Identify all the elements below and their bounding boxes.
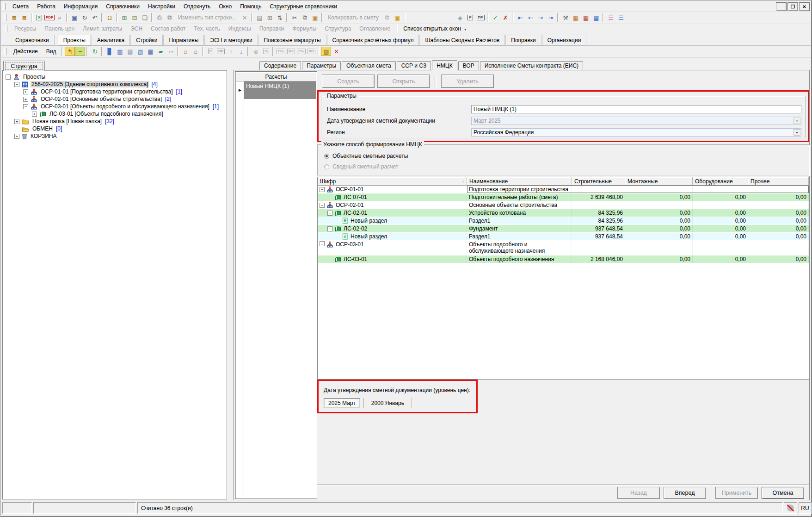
expand-icon[interactable]: + <box>14 134 19 139</box>
print-icon[interactable]: ⎙ <box>154 13 165 22</box>
panel-link-1[interactable]: Панель цен <box>40 25 79 32</box>
language-indicator[interactable]: RU <box>799 502 812 514</box>
book-update-icon[interactable]: ▱ <box>166 47 176 56</box>
collapse-icon[interactable]: − <box>327 226 332 231</box>
toolbar-grip[interactable] <box>5 25 7 32</box>
grid-row-2[interactable]: −ОСР-02-01Основные объекты строительства <box>318 201 809 209</box>
menu-item-8[interactable]: Структурные справочники <box>265 2 341 11</box>
panel-link-5[interactable]: Тех. часть <box>190 25 224 32</box>
menu-item-4[interactable]: Настройки <box>144 2 179 11</box>
workspace-tab-9[interactable]: Поправки <box>505 35 541 45</box>
grid-row-4[interactable]: −Новый разделРаздел184 325,960,000,000,0… <box>318 217 809 225</box>
move-down-icon[interactable]: ↓ <box>236 47 246 56</box>
doc-tab-2[interactable]: Объектная смета <box>342 61 396 70</box>
house-edit-icon[interactable]: ⌂ <box>191 47 201 56</box>
action-menu-1[interactable]: Вид <box>42 47 61 56</box>
level-last-icon[interactable]: ⇥ <box>546 13 556 22</box>
pr-percent-icon[interactable]: Р% <box>296 47 306 56</box>
row-accept-icon[interactable]: ✓ <box>490 13 500 22</box>
tree-node-7[interactable]: −ОБМЕН[0] <box>4 125 226 132</box>
collapse-icon[interactable]: − <box>14 82 19 87</box>
delete-button[interactable]: Удалить <box>441 75 494 88</box>
save-icon[interactable]: ▣ <box>69 13 80 22</box>
collapse-icon[interactable]: − <box>320 241 325 246</box>
calc-list-header[interactable]: Расчеты <box>236 72 316 82</box>
column-header-0[interactable]: Шифр▵ <box>318 177 467 186</box>
grid-row-7[interactable]: −ОСР-03-01Объекты подсобного и обслужива… <box>318 241 809 255</box>
percent-o-icon[interactable]: О% <box>276 47 286 56</box>
tab-structure[interactable]: Структура <box>3 61 45 71</box>
collapse-icon[interactable]: − <box>23 104 28 109</box>
copy-rows-icon[interactable]: ⧉ <box>382 13 392 22</box>
approval-date-field[interactable]: Март 2025▼ <box>471 117 801 125</box>
p-mode-icon[interactable]: P <box>205 47 215 56</box>
new-folder-icon[interactable]: ▨ <box>321 47 331 56</box>
doc-tab-5[interactable]: ВОР <box>458 61 479 70</box>
panel-link-3[interactable]: ЭСН <box>126 25 147 32</box>
paste-icon[interactable]: ▣ <box>310 13 320 22</box>
panel-link-6[interactable]: Индексы <box>224 25 255 32</box>
region-field[interactable]: Российская Федерация▼ <box>471 128 801 137</box>
doc-tab-3[interactable]: ССР и СЗ <box>397 61 431 70</box>
insert-position-icon[interactable]: ⊞ <box>119 13 129 22</box>
grid-row-0[interactable]: −ОСР-01-01Подготовка территории строител… <box>318 186 809 193</box>
workspace-tab-4[interactable]: Нормативы <box>163 35 204 45</box>
paste-rows-icon[interactable]: ▣ <box>392 13 402 22</box>
folder-up-icon[interactable]: ↰ <box>65 47 75 56</box>
f3-icon[interactable]: Ф3 <box>306 47 316 56</box>
doc-tab-1[interactable]: Параметры <box>302 61 341 70</box>
toolbar-grip[interactable] <box>3 3 6 10</box>
workspace-tab-6[interactable]: Поисковые маршруты <box>258 35 326 45</box>
new-building-icon[interactable]: ▊ <box>105 47 115 56</box>
close-button[interactable]: ✕ <box>799 2 810 11</box>
unlock-icon[interactable]: Ω <box>105 13 115 22</box>
expand-icon[interactable]: + <box>23 89 28 94</box>
delete-icon[interactable]: ✕ <box>331 47 341 56</box>
grid-row-1[interactable]: −ЛС 07-01Подготовительные работы (смета)… <box>318 193 809 201</box>
row-reject-icon[interactable]: ✗ <box>500 13 511 22</box>
doc-tab-4[interactable]: НМЦК <box>432 60 457 70</box>
open-windows-menu[interactable]: Список открытых окон ▾ <box>399 25 470 32</box>
open-book-icon[interactable]: ▰ <box>155 47 166 56</box>
doc-tab-6[interactable]: Исполнение Сметы контракта (ЕИС) <box>480 61 583 70</box>
back-button[interactable]: Назад <box>617 487 660 499</box>
search-icon[interactable]: ⌕ <box>55 13 65 22</box>
tree-node-1[interactable]: −256-02-2025 [Здание спортивного комплек… <box>4 81 226 88</box>
panel-link-8[interactable]: Формулы <box>288 25 320 32</box>
tree-node-2[interactable]: +ОСР-01-01 [Подготовка территории строит… <box>4 88 226 95</box>
minimize-button[interactable]: _ <box>776 2 787 11</box>
panel-link-2[interactable]: Лимит. затраты <box>79 25 126 32</box>
tree-node-5[interactable]: +ЛС-03-01 [Объекты подсобного назначения… <box>4 110 226 118</box>
percent-calc-icon[interactable]: % <box>261 47 271 56</box>
grid-row-6[interactable]: −Новый разделРаздел1937 648,540,000,000,… <box>318 233 809 241</box>
panel-link-10[interactable]: Оглавление <box>355 25 394 32</box>
workspace-tab-7[interactable]: Справочник расчётных формул <box>327 35 419 45</box>
cut-icon[interactable]: ✂ <box>289 13 300 22</box>
works-icon[interactable]: ⚒ <box>560 13 571 22</box>
refresh-tree-icon[interactable]: ↻ <box>90 47 100 56</box>
menu-item-7[interactable]: Помощь <box>236 2 265 11</box>
pdf-export-icon[interactable]: PDF <box>44 13 55 22</box>
grid-row-3[interactable]: −ЛС-02-01Устройство котлована84 325,960,… <box>318 209 809 217</box>
price-pr-icon[interactable]: ПР <box>475 13 486 22</box>
copy-icon[interactable]: ⧉ <box>300 13 310 22</box>
radio-selected-icon[interactable] <box>324 154 329 159</box>
document-gray-icon[interactable]: ▤ <box>125 47 135 56</box>
tree-node-4[interactable]: −ОСР-03-01 [Объекты подсобного и обслужи… <box>4 103 226 110</box>
house-add-icon[interactable]: ⌂ <box>180 47 191 56</box>
clear-filter-icon[interactable]: ✕ <box>240 13 250 22</box>
workspace-tab-10[interactable]: Организации <box>542 35 587 45</box>
collapse-icon[interactable]: − <box>327 211 332 216</box>
radio-icon[interactable] <box>324 164 329 169</box>
method-option-0[interactable]: Объектные сметные расчеты <box>324 153 408 159</box>
workspace-tab-8[interactable]: Шаблоны Сводных Расчётов <box>419 35 505 45</box>
price-level-tab-0[interactable]: 2025 Март <box>324 398 360 408</box>
collapse-icon[interactable]: − <box>320 187 325 192</box>
column-header-4[interactable]: Оборудование <box>693 177 748 186</box>
machines-icon[interactable]: ▦ <box>591 13 601 22</box>
name-field[interactable]: Новый НМЦК (1) <box>471 105 801 113</box>
edit-structure-icon[interactable]: ▧ <box>135 47 145 56</box>
norms-layers-icon[interactable]: ☰ <box>616 13 626 22</box>
add-index-icon[interactable]: ⊞ <box>265 13 275 22</box>
recalc-object-icon[interactable]: ▤ <box>254 13 265 22</box>
